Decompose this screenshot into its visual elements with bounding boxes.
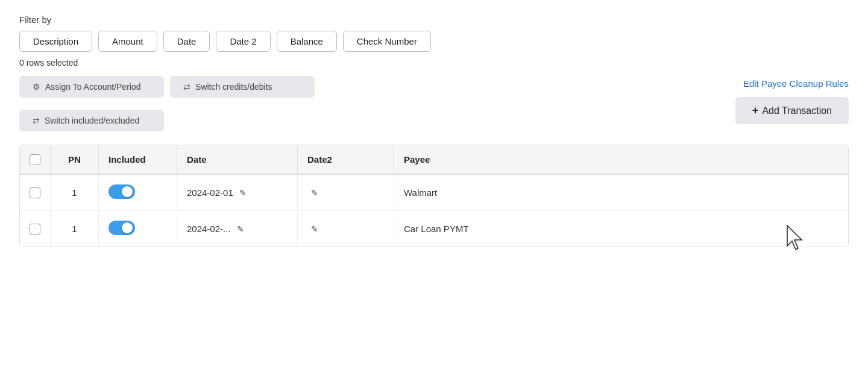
row-0-date: 2024-02-01 ✎ [177, 174, 298, 211]
filter-btn-check-number[interactable]: Check Number [343, 31, 431, 52]
switch-included-icon: ⇄ [33, 116, 40, 125]
table-header-row: PN Included Date Date2 Payee [20, 145, 848, 174]
row-1-checkbox-cell [20, 211, 51, 247]
action-bottom-row: ⇄ Switch included/excluded [19, 110, 315, 131]
row-1-date2: ✎ [298, 211, 394, 247]
row-1-checkbox[interactable] [30, 224, 40, 234]
assign-account-period-button[interactable]: ⚙ Assign To Account/Period [19, 76, 164, 98]
th-checkbox [20, 145, 51, 174]
row-0-checkbox-cell [20, 174, 51, 211]
filter-buttons: Description Amount Date Date 2 Balance C… [19, 31, 849, 52]
row-0-date2: ✎ [298, 174, 394, 211]
transactions-table: PN Included Date Date2 Payee 12024-02-01… [19, 145, 849, 247]
th-date: Date [177, 145, 298, 174]
plus-icon: + [752, 104, 759, 117]
filter-btn-amount[interactable]: Amount [98, 31, 157, 52]
add-transaction-label: Add Transaction [762, 105, 832, 116]
row-0-payee: Walmart [394, 174, 849, 211]
row-1-date-edit-icon[interactable]: ✎ [237, 224, 244, 234]
switch-included-excluded-button[interactable]: ⇄ Switch included/excluded [19, 110, 164, 131]
table-row: 12024-02-01 ✎✎Walmart [20, 174, 848, 211]
row-1-date2-edit-icon[interactable]: ✎ [311, 224, 318, 234]
gear-icon: ⚙ [33, 82, 40, 92]
row-1-included-toggle[interactable] [108, 221, 135, 235]
assign-button-label: Assign To Account/Period [45, 82, 141, 92]
th-included: Included [99, 145, 177, 174]
edit-payee-cleanup-rules-link[interactable]: Edit Payee Cleanup Rules [743, 76, 849, 91]
switch-credits-label: Switch credits/debits [195, 82, 272, 92]
row-0-included [99, 174, 177, 211]
row-0-checkbox[interactable] [30, 187, 40, 198]
add-transaction-button[interactable]: + Add Transaction [735, 97, 849, 124]
row-1-included [99, 211, 177, 247]
th-pn: PN [51, 145, 99, 174]
filter-btn-description[interactable]: Description [19, 31, 92, 52]
action-right: Edit Payee Cleanup Rules + Add Transacti… [735, 76, 849, 124]
action-row: ⚙ Assign To Account/Period ⇄ Switch cred… [19, 76, 849, 131]
row-1-pn: 1 [51, 211, 99, 247]
filter-btn-date[interactable]: Date [163, 31, 210, 52]
action-top-row: ⚙ Assign To Account/Period ⇄ Switch cred… [19, 76, 315, 98]
switch-credits-debits-button[interactable]: ⇄ Switch credits/debits [170, 76, 315, 98]
row-0-included-toggle[interactable] [108, 184, 135, 199]
row-0-date2-edit-icon[interactable]: ✎ [311, 188, 318, 198]
row-0-pn: 1 [51, 174, 99, 211]
action-left: ⚙ Assign To Account/Period ⇄ Switch cred… [19, 76, 315, 131]
switch-included-label: Switch included/excluded [45, 116, 139, 125]
row-0-date-edit-icon[interactable]: ✎ [239, 188, 247, 198]
table-row: 12024-02-... ✎✎Car Loan PYMT [20, 211, 848, 247]
filter-btn-balance[interactable]: Balance [277, 31, 337, 52]
filter-label: Filter by [19, 14, 849, 25]
row-1-payee: Car Loan PYMT [394, 211, 849, 247]
rows-selected-label: 0 rows selected [19, 58, 849, 68]
th-payee: Payee [394, 145, 849, 174]
th-date2: Date2 [298, 145, 394, 174]
switch-icon: ⇄ [183, 82, 190, 92]
select-all-checkbox[interactable] [30, 154, 40, 165]
filter-btn-date2[interactable]: Date 2 [216, 31, 270, 52]
row-1-date: 2024-02-... ✎ [177, 211, 298, 247]
